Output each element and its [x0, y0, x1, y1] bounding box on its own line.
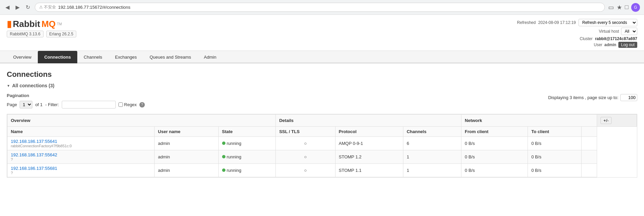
- cluster-name: rabbit@17124c87a697: [595, 36, 637, 41]
- status-dot: [222, 142, 225, 145]
- cluster-row: Cluster rabbit@17124c87a697: [517, 36, 637, 41]
- user-row: User admin Log out: [517, 42, 637, 48]
- col-name: Name: [7, 127, 155, 137]
- cell-to-client: 0 B/s: [528, 137, 582, 150]
- cell-state: running: [218, 150, 276, 164]
- group-header-overview: Overview: [7, 115, 276, 127]
- connections-table: Overview Details Network +/- Name User n…: [7, 114, 637, 177]
- refresh-select[interactable]: Refresh every 5 seconds Refresh every 10…: [579, 19, 637, 26]
- avatar[interactable]: G: [631, 3, 640, 12]
- cell-channels: 6: [403, 137, 461, 150]
- cell-protocol: AMQP 0-9-1: [335, 137, 403, 150]
- cell-protocol: STOMP 1.2: [335, 150, 403, 164]
- url-text: 192.168.186.77:15672/#/connections: [58, 5, 130, 10]
- user-label: User: [594, 42, 602, 47]
- logo-icon: ▮: [7, 19, 11, 29]
- col-state: State: [218, 127, 276, 137]
- col-user-name: User name: [155, 127, 218, 137]
- cell-state: running: [218, 164, 276, 177]
- regex-label: Regex: [118, 102, 137, 107]
- logo-rabbit: Rabbit: [13, 19, 40, 29]
- address-bar[interactable]: ⚠ 不安全 192.168.186.77:15672/#/connections: [35, 3, 605, 12]
- cell-to-client: 0 B/s: [528, 164, 582, 177]
- cell-name: 192.168.186.137:55641 rabbitConnectionFa…: [7, 137, 155, 150]
- cell-from-client: 0 B/s: [461, 164, 528, 177]
- vhost-label: Virtual host: [599, 29, 619, 34]
- table-row: 192.168.186.137:55642 ? admin running ○ …: [7, 150, 637, 164]
- cell-empty: [582, 150, 597, 164]
- tab-connections[interactable]: Connections: [38, 51, 77, 63]
- username: admin: [605, 42, 616, 47]
- connection-sub: ?: [11, 157, 151, 161]
- filter-input[interactable]: [62, 101, 116, 109]
- connection-link[interactable]: 192.168.186.137:55681: [11, 166, 57, 171]
- connections-table-container: Overview Details Network +/- Name User n…: [7, 114, 637, 178]
- cell-user-name: admin: [155, 137, 218, 150]
- cell-from-client: 0 B/s: [461, 150, 528, 164]
- cell-ssl-tls: ○: [276, 137, 335, 150]
- forward-button[interactable]: ▶: [14, 3, 21, 12]
- erlang-version: Erlang 26.2.5: [46, 31, 76, 37]
- pagination-label: Pagination: [7, 93, 637, 98]
- cluster-label: Cluster: [580, 36, 593, 41]
- col-channels: Channels: [403, 127, 461, 137]
- security-warning: ⚠ 不安全: [39, 4, 56, 10]
- bookmark-icon[interactable]: ★: [617, 4, 622, 11]
- extension-icon[interactable]: □: [625, 4, 628, 11]
- cell-channels: 1: [403, 150, 461, 164]
- app-header: ▮ Rabbit MQ TM RabbitMQ 3.13.6 Erlang 26…: [0, 15, 644, 51]
- section-header: ▼ All connections (3): [7, 83, 637, 88]
- plus-minus-button[interactable]: +/-: [600, 117, 612, 124]
- status-dot: [222, 155, 225, 158]
- tab-overview[interactable]: Overview: [7, 51, 38, 63]
- connection-sub: ?: [11, 171, 151, 175]
- col-protocol: Protocol: [335, 127, 403, 137]
- help-icon[interactable]: ?: [139, 102, 145, 107]
- refresh-row: Refreshed 2024-08-09 17:12:19 Refresh ev…: [517, 19, 637, 26]
- rabbitmq-version: RabbitMQ 3.13.6: [7, 31, 44, 37]
- cell-ssl-tls: ○: [276, 164, 335, 177]
- col-to-client: To client: [528, 127, 582, 137]
- regex-text: Regex: [124, 102, 137, 107]
- tab-channels[interactable]: Channels: [77, 51, 109, 63]
- connection-link[interactable]: 192.168.186.137:55642: [11, 152, 57, 157]
- page-title: Connections: [7, 70, 637, 79]
- logo: ▮ Rabbit MQ TM: [7, 19, 76, 29]
- cell-user-name: admin: [155, 164, 218, 177]
- vhost-select[interactable]: All /: [621, 28, 637, 35]
- cell-state: running: [218, 137, 276, 150]
- page-select[interactable]: 1: [20, 101, 32, 109]
- nav-tabs: Overview Connections Channels Exchanges …: [0, 51, 644, 63]
- regex-checkbox[interactable]: [118, 102, 123, 107]
- browser-chrome: ◀ ▶ ↻ ⚠ 不安全 192.168.186.77:15672/#/conne…: [0, 0, 644, 15]
- col-from-client: From client: [461, 127, 528, 137]
- back-button[interactable]: ◀: [4, 3, 11, 12]
- tab-exchanges[interactable]: Exchanges: [109, 51, 143, 63]
- section-label: All connections (3): [12, 83, 54, 88]
- page-size-input[interactable]: [620, 94, 637, 101]
- cell-user-name: admin: [155, 150, 218, 164]
- cell-to-client: 0 B/s: [528, 150, 582, 164]
- version-badges: RabbitMQ 3.13.6 Erlang 26.2.5: [7, 31, 76, 37]
- group-header-details: Details: [276, 115, 461, 127]
- vhost-row: Virtual host All /: [517, 28, 637, 35]
- logo-section: ▮ Rabbit MQ TM RabbitMQ 3.13.6 Erlang 26…: [7, 19, 76, 37]
- filter-label: - Filter:: [45, 102, 59, 107]
- cell-from-client: 0 B/s: [461, 137, 528, 150]
- tab-queues[interactable]: Queues and Streams: [143, 51, 197, 63]
- displaying-row: Displaying 3 items , page size up to:: [548, 94, 637, 101]
- col-ssl-tls: SSL / TLS: [276, 127, 335, 137]
- plus-minus-cell: +/-: [597, 115, 637, 127]
- logout-button[interactable]: Log out: [618, 42, 637, 48]
- tab-admin[interactable]: Admin: [197, 51, 223, 63]
- pagination-row: Page 1 of 1 - Filter: Regex ?: [7, 101, 145, 109]
- refreshed-time: Refreshed 2024-08-09 17:12:19: [517, 20, 576, 25]
- collapse-triangle[interactable]: ▼: [7, 84, 10, 88]
- pagination-section: Pagination Page 1 of 1 - Filter: Regex ?…: [7, 93, 637, 109]
- page-label: Page: [7, 102, 17, 107]
- logo-tm: TM: [57, 22, 62, 26]
- refresh-button[interactable]: ↻: [24, 3, 31, 12]
- cell-ssl-tls: ○: [276, 150, 335, 164]
- connection-link[interactable]: 192.168.186.137:55641: [11, 139, 57, 144]
- translate-icon[interactable]: ▭: [608, 4, 614, 11]
